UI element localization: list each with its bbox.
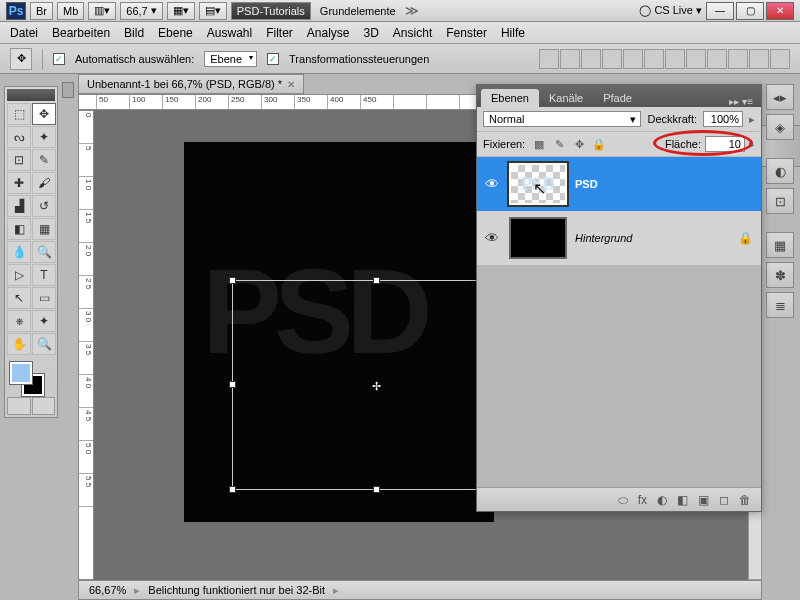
type-tool[interactable]: T	[32, 264, 56, 286]
quickmask-button[interactable]	[7, 397, 31, 415]
foreground-color[interactable]	[10, 362, 32, 384]
move-tool-icon[interactable]: ✥	[10, 48, 32, 70]
3d-tool[interactable]: ⎈	[7, 310, 31, 332]
view-extras-button[interactable]: ▦▾	[167, 2, 195, 20]
transform-handle[interactable]	[229, 486, 236, 493]
workspace-tab-active[interactable]: PSD-Tutorials	[231, 2, 311, 20]
hand-tool[interactable]: ✋	[7, 333, 31, 355]
lock-pixels-icon[interactable]: ✎	[551, 138, 567, 151]
status-zoom[interactable]: 66,67%	[89, 584, 126, 596]
align-button[interactable]	[728, 49, 748, 69]
3d-camera-tool[interactable]: ✦	[32, 310, 56, 332]
align-button[interactable]	[581, 49, 601, 69]
align-button[interactable]	[770, 49, 790, 69]
flyout-icon[interactable]: ▸	[749, 138, 755, 151]
lock-transparency-icon[interactable]: ▩	[531, 138, 547, 151]
swatches-dock-icon[interactable]: ▦	[766, 232, 794, 258]
fill-input[interactable]: 10	[705, 136, 745, 152]
align-button[interactable]	[644, 49, 664, 69]
visibility-icon[interactable]: 👁	[485, 176, 501, 192]
workspace-tab[interactable]: Grundelemente	[315, 2, 401, 20]
panel-grip[interactable]	[7, 89, 55, 101]
layer-name[interactable]: PSD	[575, 178, 598, 190]
align-button[interactable]	[539, 49, 559, 69]
menu-filter[interactable]: Filter	[266, 26, 293, 40]
close-tab-icon[interactable]: ✕	[287, 79, 295, 90]
document-tab[interactable]: Unbenannt-1 bei 66,7% (PSD, RGB/8) * ✕	[78, 74, 304, 94]
align-button[interactable]	[623, 49, 643, 69]
align-button[interactable]	[560, 49, 580, 69]
screen-mode-button[interactable]: ▥▾	[88, 2, 116, 20]
menu-bild[interactable]: Bild	[124, 26, 144, 40]
layer-mask-icon[interactable]: ◐	[657, 493, 667, 507]
layer-name[interactable]: Hintergrund	[575, 232, 632, 244]
transform-handle[interactable]	[373, 277, 380, 284]
blend-mode-select[interactable]: Normal	[483, 111, 641, 127]
blur-tool[interactable]: 💧	[7, 241, 31, 263]
transform-handle[interactable]	[229, 381, 236, 388]
maximize-button[interactable]: ▢	[736, 2, 764, 20]
align-button[interactable]	[707, 49, 727, 69]
transform-center-icon[interactable]: ✢	[372, 380, 382, 390]
stamp-tool[interactable]: ▟	[7, 195, 31, 217]
panel-menu-icon[interactable]: ▸▸ ▾≡	[725, 96, 757, 107]
layer-group-icon[interactable]: ▣	[698, 493, 709, 507]
minimize-button[interactable]: —	[706, 2, 734, 20]
gradient-tool[interactable]: ▦	[32, 218, 56, 240]
pen-tool[interactable]: ▷	[7, 264, 31, 286]
layer-row[interactable]: 👁 Hintergrund 🔒	[477, 211, 761, 265]
align-button[interactable]	[665, 49, 685, 69]
arrange-button[interactable]: ▤▾	[199, 2, 227, 20]
lasso-tool[interactable]: ᔓ	[7, 126, 31, 148]
layers-dock-icon[interactable]: ◈	[766, 114, 794, 140]
opacity-input[interactable]: 100%	[703, 111, 743, 127]
flyout-icon[interactable]: ▸	[749, 113, 755, 126]
autoselect-type-select[interactable]: Ebene	[204, 51, 257, 67]
layer-row[interactable]: 👁 PSD ↖ PSD	[477, 157, 761, 211]
layer-thumbnail[interactable]	[509, 217, 567, 259]
delete-layer-icon[interactable]: 🗑	[739, 493, 751, 507]
zoom-select[interactable]: 66,7 ▾	[120, 2, 162, 20]
shape-tool[interactable]: ▭	[32, 287, 56, 309]
menu-ansicht[interactable]: Ansicht	[393, 26, 432, 40]
visibility-icon[interactable]: 👁	[485, 230, 501, 246]
menu-bearbeiten[interactable]: Bearbeiten	[52, 26, 110, 40]
screenmode-button[interactable]	[32, 397, 56, 415]
adjustment-layer-icon[interactable]: ◧	[677, 493, 688, 507]
bridge-button[interactable]: Br	[30, 2, 53, 20]
minibridge-button[interactable]: Mb	[57, 2, 84, 20]
menu-analyse[interactable]: Analyse	[307, 26, 350, 40]
menu-hilfe[interactable]: Hilfe	[501, 26, 525, 40]
transform-checkbox[interactable]: ✓	[267, 53, 279, 65]
zoom-tool[interactable]: 🔍	[32, 333, 56, 355]
collapsed-panel-tab[interactable]	[62, 82, 74, 98]
tab-kanale[interactable]: Kanäle	[539, 89, 593, 107]
layer-thumbnail[interactable]: PSD ↖	[509, 163, 567, 205]
eraser-tool[interactable]: ◧	[7, 218, 31, 240]
layer-fx-icon[interactable]: fx	[638, 493, 647, 507]
menu-3d[interactable]: 3D	[364, 26, 379, 40]
close-button[interactable]: ✕	[766, 2, 794, 20]
new-layer-icon[interactable]: ◻	[719, 493, 729, 507]
dock-expand-icon[interactable]: ◂▸	[766, 84, 794, 110]
align-button[interactable]	[686, 49, 706, 69]
character-dock-icon[interactable]: ✽	[766, 262, 794, 288]
lock-all-icon[interactable]: 🔒	[591, 138, 607, 151]
color-swatches[interactable]	[7, 359, 55, 395]
menu-auswahl[interactable]: Auswahl	[207, 26, 252, 40]
transform-handle[interactable]	[229, 277, 236, 284]
align-button[interactable]	[749, 49, 769, 69]
history-brush-tool[interactable]: ↺	[32, 195, 56, 217]
eyedropper-tool[interactable]: ✎	[32, 149, 56, 171]
path-select-tool[interactable]: ↖	[7, 287, 31, 309]
tab-pfade[interactable]: Pfade	[593, 89, 642, 107]
paragraph-dock-icon[interactable]: ≣	[766, 292, 794, 318]
heal-tool[interactable]: ✚	[7, 172, 31, 194]
menu-datei[interactable]: Datei	[10, 26, 38, 40]
marquee-tool[interactable]: ⬚	[7, 103, 31, 125]
adjustments-dock-icon[interactable]: ◐	[766, 158, 794, 184]
dodge-tool[interactable]: 🔍	[32, 241, 56, 263]
move-tool[interactable]: ✥	[32, 103, 56, 125]
autoselect-checkbox[interactable]: ✓	[53, 53, 65, 65]
menu-ebene[interactable]: Ebene	[158, 26, 193, 40]
